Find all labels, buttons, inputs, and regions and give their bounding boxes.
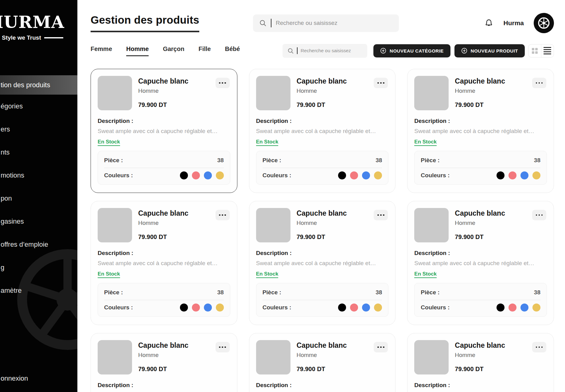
product-info-box: Pièce : 38 Couleurs : [414, 151, 547, 185]
colors-label: Couleurs : [421, 304, 450, 311]
sidebar-item-clients[interactable]: nts [0, 141, 77, 164]
product-image-placeholder [256, 76, 290, 110]
product-image-placeholder [98, 340, 132, 374]
product-card[interactable]: Capuche blanc Homme 79.900 DT Descriptio… [91, 69, 237, 193]
sidebar-item-job-offers[interactable]: offres d’emploie [0, 233, 77, 256]
sidebar-item-parametre[interactable]: amètre [0, 279, 77, 302]
product-card[interactable]: Capuche blanc Homme 79.900 DT Descriptio… [407, 201, 554, 325]
piece-label: Pièce : [104, 157, 123, 164]
card-menu-button[interactable] [532, 78, 546, 88]
plus-circle-icon [461, 48, 467, 54]
sidebar-item-users[interactable]: ers [0, 118, 77, 141]
description-label: Description : [414, 382, 547, 389]
new-product-button[interactable]: NOUVEAU PRODUIT [454, 44, 525, 57]
sidebar-item-promotions[interactable]: motions [0, 164, 77, 187]
piece-value: 38 [217, 157, 224, 164]
colors-label: Couleurs : [263, 304, 291, 311]
color-swatches [338, 304, 382, 312]
product-card[interactable]: Capuche blanc Homme 79.900 DT Descriptio… [91, 201, 237, 325]
tab-garcon[interactable]: Garçon [163, 45, 184, 56]
product-card[interactable]: Capuche blanc Homme 79.900 DT Descriptio… [249, 201, 396, 325]
colors-label: Couleurs : [421, 172, 450, 179]
color-swatches [497, 304, 540, 312]
product-search-field[interactable] [301, 48, 362, 53]
stock-badge: En Stock [98, 139, 120, 146]
product-name: Capuche blanc [297, 209, 347, 218]
global-search-input[interactable] [253, 14, 399, 32]
product-image-placeholder [256, 340, 290, 374]
sidebar-item-blog[interactable]: g [0, 256, 77, 279]
card-menu-button[interactable] [532, 342, 546, 352]
sidebar-item-logout[interactable]: onnexion [0, 372, 77, 385]
card-menu-button[interactable] [216, 78, 230, 88]
product-category: Homme [455, 88, 505, 94]
card-menu-button[interactable] [374, 210, 388, 220]
brand-logo: HURMA [0, 12, 64, 32]
brand-tagline: Style we Trust [2, 34, 63, 41]
description-text: Sweat ample avec col à capuche réglable … [414, 260, 547, 267]
card-menu-button[interactable] [216, 342, 230, 352]
card-menu-button[interactable] [532, 210, 546, 220]
color-swatches [180, 304, 224, 312]
app-window: HURMA Style we Trust tion des produits é… [0, 0, 565, 392]
product-name: Capuche blanc [138, 341, 189, 350]
sidebar-item-products[interactable]: tion des produits [0, 75, 77, 95]
sidebar-item-magasines[interactable]: gasines [0, 210, 77, 233]
tab-homme[interactable]: Homme [126, 45, 149, 56]
product-price: 79.900 DT [138, 366, 189, 373]
description-label: Description : [98, 118, 230, 124]
color-swatch [216, 171, 224, 179]
sidebar-item-categories[interactable]: égories [0, 95, 77, 118]
product-name: Capuche blanc [455, 341, 505, 350]
card-menu-button[interactable] [216, 210, 230, 220]
product-category: Homme [138, 220, 189, 226]
description-text: Sweat ample avec col à capuche réglable … [256, 260, 389, 267]
product-card[interactable]: Capuche blanc Homme 79.900 DT Descriptio… [249, 333, 396, 392]
ellipsis-icon [219, 347, 220, 348]
ellipsis-icon [219, 214, 220, 216]
notifications-button[interactable] [484, 18, 493, 28]
color-swatch [508, 171, 516, 179]
product-price: 79.900 DT [138, 233, 189, 241]
card-menu-button[interactable] [374, 78, 388, 88]
sidebar-nav: tion des produits égories ers nts motion… [0, 75, 77, 302]
piece-label: Pièce : [421, 289, 439, 296]
colors-label: Couleurs : [104, 304, 133, 311]
product-price: 79.900 DT [297, 366, 347, 373]
piece-label: Pièce : [263, 289, 281, 296]
card-menu-button[interactable] [374, 342, 388, 352]
product-search-input[interactable] [282, 44, 367, 58]
color-swatch [338, 171, 346, 179]
tab-fille[interactable]: Fille [198, 45, 211, 56]
product-card[interactable]: Capuche blanc Homme 79.900 DT Descriptio… [91, 333, 237, 392]
color-swatch [204, 171, 212, 179]
search-icon [259, 19, 267, 27]
new-category-button[interactable]: NOUVEAU CATÉGORIE [373, 44, 450, 57]
tab-femme[interactable]: Femme [91, 45, 112, 56]
global-search-field[interactable] [276, 20, 393, 26]
list-view-button[interactable] [541, 45, 554, 57]
product-card[interactable]: Capuche blanc Homme 79.900 DT Descriptio… [249, 69, 396, 193]
product-price: 79.900 DT [297, 233, 347, 241]
text-cursor [297, 47, 298, 54]
product-info-box: Pièce : 38 Couleurs : [414, 283, 547, 317]
product-price: 79.900 DT [297, 101, 347, 108]
product-card[interactable]: Capuche blanc Homme 79.900 DT Descriptio… [407, 333, 554, 392]
product-name: Capuche blanc [297, 341, 347, 350]
user-name: Hurma [503, 19, 524, 27]
piece-value: 38 [217, 289, 224, 296]
description-text: Sweat ample avec col à capuche réglable … [98, 128, 230, 135]
user-avatar[interactable] [534, 13, 554, 33]
product-price: 79.900 DT [455, 101, 505, 108]
color-swatch [497, 171, 505, 179]
product-image-placeholder [414, 340, 449, 374]
product-image-placeholder [414, 208, 449, 242]
tab-bebe[interactable]: Bébé [225, 45, 240, 56]
grid-view-button[interactable] [528, 45, 541, 57]
color-swatch [350, 304, 358, 312]
product-card[interactable]: Capuche blanc Homme 79.900 DT Descriptio… [407, 69, 554, 193]
color-swatches [180, 171, 224, 179]
product-category: Homme [455, 220, 505, 226]
sidebar-item-coupon[interactable]: pon [0, 187, 77, 210]
colors-label: Couleurs : [263, 172, 291, 179]
